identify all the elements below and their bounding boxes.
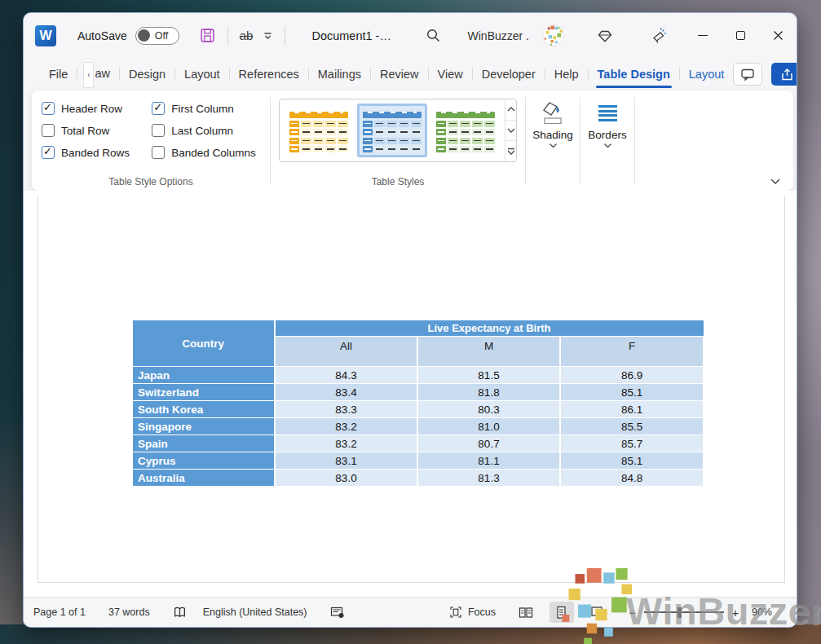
designer-button[interactable]	[592, 23, 618, 49]
titlebar-right: WinBuzzer .	[468, 20, 797, 52]
country-cell: Switzerland	[132, 384, 275, 401]
table-style-thumbnail-orange[interactable]	[284, 104, 354, 157]
shading-button[interactable]: Shading	[526, 90, 580, 191]
page-indicator[interactable]: Page 1 of 1	[33, 607, 86, 618]
table-styles-group: Table Styles	[271, 90, 525, 191]
life-expectancy-table[interactable]: Country Live Expectancy at Birth All M F…	[131, 320, 704, 487]
value-cell: 81.1	[417, 452, 560, 470]
country-cell: Cyprus	[132, 452, 275, 470]
value-cell: 83.2	[275, 418, 417, 435]
search-button[interactable]	[421, 23, 446, 49]
tab-references[interactable]: References	[230, 60, 308, 88]
gallery-down-button[interactable]	[505, 121, 516, 142]
cursor-artifact: ‹	[83, 62, 94, 88]
read-mode-icon	[519, 607, 533, 619]
table-subheader: M	[417, 337, 560, 367]
focus-mode-button[interactable]: Focus	[448, 606, 496, 619]
minimize-icon	[698, 35, 708, 37]
value-cell: 81.3	[417, 470, 560, 487]
avatar[interactable]	[542, 24, 564, 46]
qat-more-button[interactable]	[258, 23, 278, 49]
tab-view[interactable]: View	[429, 60, 472, 88]
save-button[interactable]	[194, 23, 221, 49]
shading-bucket-icon	[541, 100, 564, 126]
page-bottom-edge	[38, 582, 785, 583]
tab-help[interactable]: Help	[545, 60, 588, 88]
checkbox-last-column[interactable]: Last Column	[152, 124, 260, 137]
document-area[interactable]: Country Live Expectancy at Birth All M F…	[24, 191, 797, 597]
table-row: Cyprus83.181.185.1	[132, 452, 704, 470]
autosave-state: Off	[155, 30, 168, 42]
tab-review[interactable]: Review	[371, 60, 428, 88]
share-button[interactable]	[771, 63, 797, 86]
collapse-ribbon-button[interactable]	[770, 179, 780, 184]
strikethrough-icon: ab	[240, 29, 254, 42]
share-icon	[780, 68, 794, 82]
account-name[interactable]: WinBuzzer .	[468, 29, 529, 42]
autosave-toggle[interactable]: Off	[135, 27, 179, 45]
tab-developer[interactable]: Developer	[473, 60, 545, 88]
value-cell: 84.8	[560, 470, 704, 487]
gallery-up-button[interactable]	[505, 99, 516, 121]
table-subheader: All	[275, 337, 417, 367]
maximize-button[interactable]	[722, 20, 759, 52]
document-title[interactable]: Document1 -…	[311, 29, 391, 42]
comments-button[interactable]	[733, 63, 762, 86]
value-cell: 85.1	[560, 452, 704, 470]
gallery-thumbs	[280, 99, 505, 161]
group-label: Table Style Options	[32, 176, 270, 187]
table-row: Japan84.381.586.9	[132, 367, 704, 384]
tab-table-design[interactable]: Table Design	[589, 60, 679, 88]
value-cell: 83.0	[275, 470, 417, 487]
checkbox-banded-rows[interactable]: Banded Rows	[42, 146, 134, 159]
word-app-icon[interactable]: W	[35, 25, 56, 46]
table-style-thumbnail-green[interactable]	[430, 104, 501, 157]
chevron-down-icon	[770, 179, 780, 184]
read-mode-button[interactable]	[514, 602, 538, 623]
value-cell: 83.4	[275, 384, 417, 401]
checkbox-label: Banded Rows	[61, 147, 130, 159]
chevron-down-icon	[604, 143, 611, 148]
tab-layout[interactable]: Layout	[680, 60, 734, 88]
titlebar-separator	[227, 26, 228, 46]
country-cell: Australia	[132, 470, 275, 487]
tab-aw[interactable]: ‹aw	[77, 60, 119, 88]
group-label: Table Styles	[271, 176, 525, 187]
checkbox-first-column[interactable]: First Column	[152, 102, 260, 115]
macro-recording-button[interactable]	[330, 606, 345, 619]
feedback-button[interactable]	[646, 23, 673, 49]
close-button[interactable]	[759, 20, 797, 52]
ribbon-tabs: File‹awDesignLayoutReferencesMailingsRev…	[40, 60, 733, 88]
tab-file[interactable]: File	[40, 60, 77, 88]
strikethrough-qat-button[interactable]: ab	[235, 23, 258, 49]
tab-mailings[interactable]: Mailings	[309, 60, 370, 88]
tab-layout[interactable]: Layout	[175, 60, 229, 88]
table-style-thumbnail-blue[interactable]	[357, 104, 427, 157]
value-cell: 80.3	[417, 401, 560, 418]
save-icon	[199, 27, 216, 44]
value-cell: 80.7	[417, 435, 560, 452]
maximize-icon	[736, 31, 745, 40]
proofing-button[interactable]	[173, 606, 187, 619]
word-count[interactable]: 37 words	[108, 607, 150, 618]
tab-design[interactable]: Design	[120, 60, 174, 88]
page-right-edge	[784, 196, 785, 582]
megaphone-icon	[651, 27, 668, 44]
country-cell: South Korea	[132, 401, 275, 418]
checkbox-header-row[interactable]: Header Row	[42, 102, 134, 115]
minimize-button[interactable]	[684, 20, 722, 52]
value-cell: 85.1	[560, 384, 704, 401]
table-style-options-group: Header Row Total Row Banded Rows First C…	[32, 90, 270, 191]
gallery-more-icon	[507, 148, 515, 155]
borders-button[interactable]: Borders	[580, 90, 634, 191]
chevron-down-icon	[550, 143, 557, 148]
value-cell: 81.0	[417, 418, 560, 435]
gallery-arrows	[505, 99, 516, 161]
table-row: Switzerland83.481.885.1	[132, 384, 704, 401]
checkbox-banded-columns[interactable]: Banded Columns	[152, 146, 260, 159]
gallery-more-button[interactable]	[505, 141, 516, 161]
winbuzzer-watermark: WinBuzzer	[626, 589, 821, 633]
language-indicator[interactable]: English (United States)	[203, 607, 307, 618]
checkbox-total-row[interactable]: Total Row	[42, 124, 134, 137]
checkbox-label: Header Row	[61, 103, 122, 115]
